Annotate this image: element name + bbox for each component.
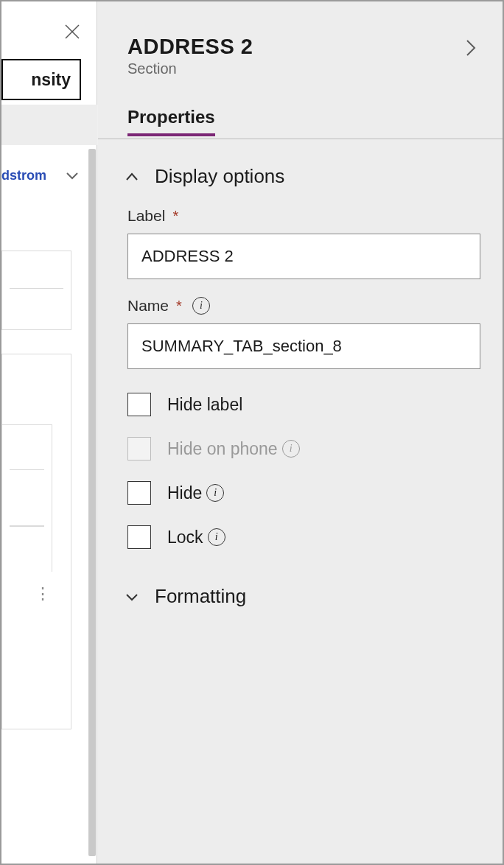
left-pane: nsity dstrom ⋮ [1, 1, 97, 864]
chevron-up-icon [124, 169, 140, 185]
link-text: dstrom [1, 168, 46, 183]
hide-on-phone-checkbox [127, 437, 151, 460]
density-button-label: nsity [31, 70, 71, 90]
info-icon[interactable]: i [282, 440, 300, 458]
properties-panel: ADDRESS 2 Section Properties Display opt… [98, 1, 503, 864]
name-field-group: Name * i [98, 293, 503, 382]
section-title: Formatting [155, 585, 246, 608]
tabs: Properties [98, 107, 503, 139]
link-row[interactable]: dstrom [1, 167, 86, 183]
close-icon[interactable] [64, 24, 80, 40]
content-placeholder: ⋮ [1, 354, 71, 729]
hide-label-row: Hide label [98, 382, 503, 427]
chevron-right-icon[interactable] [461, 38, 480, 57]
panel-header: ADDRESS 2 Section [98, 1, 503, 77]
hide-checkbox[interactable] [127, 481, 151, 505]
name-input[interactable] [127, 323, 480, 369]
hide-on-phone-label: Hide on phone i [167, 439, 300, 459]
panel-title: ADDRESS 2 [127, 35, 480, 59]
hide-label: Hide i [167, 483, 224, 503]
gray-strip [1, 105, 97, 145]
tab-properties[interactable]: Properties [127, 107, 215, 136]
info-icon[interactable]: i [206, 484, 224, 502]
section-formatting-header[interactable]: Formatting [98, 559, 503, 623]
chevron-down-icon [124, 589, 140, 605]
info-icon[interactable]: i [208, 528, 225, 546]
hide-label-checkbox[interactable] [127, 393, 151, 416]
required-indicator: * [172, 208, 178, 225]
chevron-down-icon[interactable] [64, 167, 80, 183]
scrollbar[interactable] [88, 149, 96, 856]
name-field-label: Name * i [127, 297, 480, 315]
info-icon[interactable]: i [192, 297, 210, 315]
hide-label-label: Hide label [167, 395, 242, 415]
lock-row: Lock i [98, 515, 503, 559]
content-placeholder [1, 251, 71, 330]
section-title: Display options [155, 165, 284, 188]
lock-checkbox[interactable] [127, 525, 151, 549]
required-indicator: * [176, 298, 182, 315]
label-input[interactable] [127, 234, 480, 279]
panel-subtitle: Section [127, 60, 480, 77]
label-field-label: Label * [127, 207, 480, 225]
density-button[interactable]: nsity [1, 59, 81, 100]
hide-on-phone-row: Hide on phone i [98, 427, 503, 471]
label-field-group: Label * [98, 203, 503, 293]
section-display-options-header[interactable]: Display options [98, 139, 503, 203]
lock-label: Lock i [167, 528, 225, 547]
more-icon[interactable]: ⋮ [35, 584, 49, 603]
hide-row: Hide i [98, 471, 503, 515]
